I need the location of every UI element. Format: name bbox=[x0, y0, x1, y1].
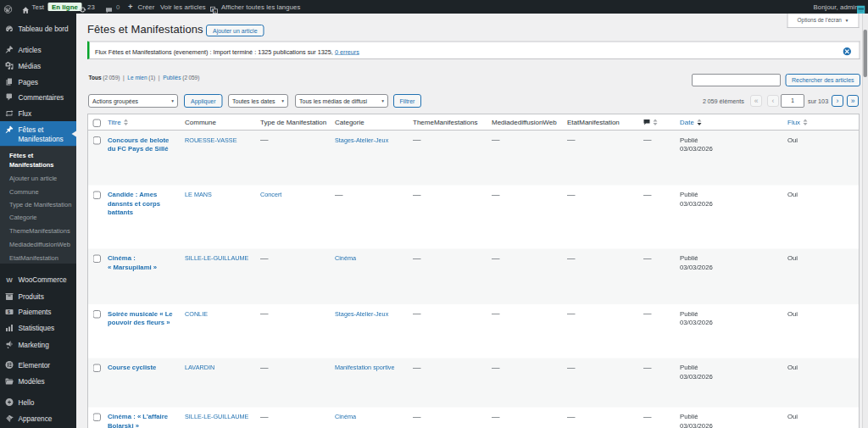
svg-text:$: $ bbox=[8, 309, 10, 314]
svg-text:A: A bbox=[212, 8, 214, 12]
